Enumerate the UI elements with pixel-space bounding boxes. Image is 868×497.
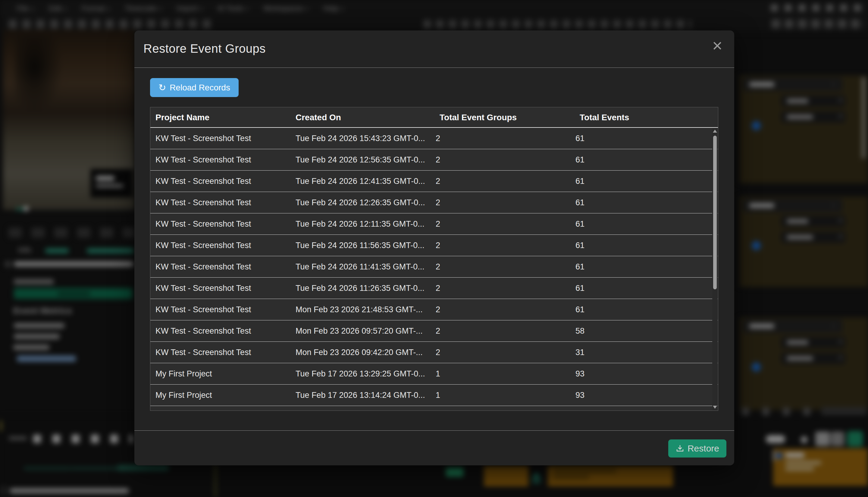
table-row[interactable]: KW Test - Screenshot Test Mon Feb 23 202… xyxy=(150,321,718,342)
scroll-up-arrow-icon[interactable] xyxy=(713,130,717,133)
cell-total-events: 61 xyxy=(576,134,584,143)
cell-total-events: 61 xyxy=(576,155,584,165)
scrollbar-thumb[interactable] xyxy=(713,136,717,289)
cell-created-on: Tue Feb 24 2026 12:26:35 GMT-0... xyxy=(295,198,425,207)
table-row[interactable]: KW Test - Screenshot Test Tue Feb 24 202… xyxy=(150,128,718,149)
cell-total-events: 61 xyxy=(576,241,584,250)
column-header-created-on: Created On xyxy=(295,113,341,122)
scroll-down-arrow-icon[interactable] xyxy=(713,406,717,409)
header-divider xyxy=(134,68,734,68)
cell-total-events: 93 xyxy=(576,369,584,379)
cell-created-on: Tue Feb 24 2026 12:56:35 GMT-0... xyxy=(295,155,425,165)
restore-event-groups-modal: Restore Event Groups × ↻ Reload Records … xyxy=(134,30,734,465)
cell-project-name: KW Test - Screenshot Test xyxy=(156,305,251,314)
cell-total-events: 61 xyxy=(576,198,584,207)
modal-title: Restore Event Groups xyxy=(143,42,266,55)
cell-project-name: KW Test - Screenshot Test xyxy=(156,241,251,250)
table-row[interactable]: KW Test - Screenshot Test Tue Feb 24 202… xyxy=(150,278,718,299)
cell-created-on: Tue Feb 17 2026 13:14:24 GMT-0... xyxy=(295,390,425,400)
reload-records-label: Reload Records xyxy=(170,83,230,93)
app-root: File▾ Edit▾ Format▾ Timecode▾ Import▾ AI… xyxy=(0,0,868,497)
cell-total-events: 61 xyxy=(576,284,584,293)
table-body: KW Test - Screenshot Test Tue Feb 24 202… xyxy=(150,128,718,411)
table-row[interactable]: KW Test - Screenshot Test Tue Feb 24 202… xyxy=(150,171,718,192)
table-row[interactable]: My First Project Tue Feb 17 2026 13:29:2… xyxy=(150,363,718,385)
cell-total-events: 93 xyxy=(576,390,584,400)
cell-total-event-groups: 2 xyxy=(436,219,440,229)
cell-total-events: 61 xyxy=(576,305,584,314)
table-header: Project Name Created On Total Event Grou… xyxy=(150,107,718,128)
reload-icon: ↻ xyxy=(158,83,166,92)
restore-label: Restore xyxy=(688,443,719,454)
table-row[interactable]: KW Test - Screenshot Test Mon Feb 23 202… xyxy=(150,299,718,321)
column-header-total-event-groups: Total Event Groups xyxy=(439,113,517,122)
cell-total-event-groups: 2 xyxy=(436,241,440,250)
table-row[interactable]: My First Project Tue Feb 17 2026 13:14:2… xyxy=(150,385,718,406)
cell-created-on: Mon Feb 23 2026 09:57:20 GMT-... xyxy=(295,326,423,336)
cell-project-name: KW Test - Screenshot Test xyxy=(156,326,251,336)
cell-project-name: KW Test - Screenshot Test xyxy=(156,198,251,207)
table-row[interactable]: KW Test - Screenshot Test Tue Feb 24 202… xyxy=(150,235,718,256)
table-row[interactable]: KW Test - Screenshot Test Tue Feb 24 202… xyxy=(150,213,718,235)
table-row[interactable]: KW Test - Screenshot Test Mon Feb 23 202… xyxy=(150,342,718,363)
download-icon xyxy=(676,444,684,453)
cell-total-event-groups: 1 xyxy=(436,390,440,400)
cell-total-events: 58 xyxy=(576,326,584,336)
cell-total-event-groups: 2 xyxy=(436,198,440,207)
footer-divider xyxy=(134,430,734,431)
cell-total-event-groups: 1 xyxy=(436,369,440,379)
cell-created-on: Tue Feb 24 2026 12:41:35 GMT-0... xyxy=(295,176,425,186)
cell-total-events: 31 xyxy=(576,348,584,357)
records-table: Project Name Created On Total Event Grou… xyxy=(150,107,718,411)
cell-total-event-groups: 2 xyxy=(436,284,440,293)
reload-records-button[interactable]: ↻ Reload Records xyxy=(150,78,238,97)
cell-total-event-groups: 2 xyxy=(436,262,440,272)
cell-total-events: 61 xyxy=(576,262,584,272)
cell-created-on: Mon Feb 23 2026 09:42:20 GMT-... xyxy=(295,348,423,357)
cell-project-name: KW Test - Screenshot Test xyxy=(156,219,251,229)
cell-total-event-groups: 2 xyxy=(436,326,440,336)
cell-total-events: 61 xyxy=(576,176,584,186)
cell-created-on: Tue Feb 24 2026 15:43:23 GMT-0... xyxy=(295,134,425,143)
cell-project-name: My First Project xyxy=(156,390,212,400)
cell-project-name: KW Test - Screenshot Test xyxy=(156,176,251,186)
cell-project-name: KW Test - Screenshot Test xyxy=(156,155,251,165)
cell-project-name: KW Test - Screenshot Test xyxy=(156,348,251,357)
cell-project-name: My First Project xyxy=(156,369,212,379)
cell-total-event-groups: 2 xyxy=(436,176,440,186)
cell-total-event-groups: 2 xyxy=(436,305,440,314)
cell-total-event-groups: 2 xyxy=(436,348,440,357)
cell-project-name: KW Test - Screenshot Test xyxy=(156,262,251,272)
cell-total-events: 61 xyxy=(576,219,584,229)
close-icon[interactable]: × xyxy=(708,37,726,55)
column-header-project-name: Project Name xyxy=(156,113,209,122)
cell-project-name: KW Test - Screenshot Test xyxy=(156,134,251,143)
cell-created-on: Tue Feb 17 2026 13:29:25 GMT-0... xyxy=(295,369,425,379)
table-row[interactable]: KW Test - Screenshot Test Tue Feb 24 202… xyxy=(150,256,718,278)
cell-total-event-groups: 2 xyxy=(436,155,440,165)
cell-created-on: Mon Feb 23 2026 21:48:53 GMT-... xyxy=(295,305,423,314)
table-row[interactable]: KW Test - Screenshot Test Tue Feb 24 202… xyxy=(150,192,718,213)
cell-created-on: Tue Feb 24 2026 11:56:35 GMT-0... xyxy=(295,241,424,250)
cell-created-on: Tue Feb 24 2026 12:11:35 GMT-0... xyxy=(295,219,424,229)
cell-created-on: Tue Feb 24 2026 11:41:35 GMT-0... xyxy=(295,262,424,272)
column-header-total-events: Total Events xyxy=(580,113,629,122)
cell-project-name: KW Test - Screenshot Test xyxy=(156,284,251,293)
cell-created-on: Tue Feb 24 2026 11:26:35 GMT-0... xyxy=(295,284,424,293)
cell-total-event-groups: 2 xyxy=(436,134,440,143)
restore-button[interactable]: Restore xyxy=(668,439,726,457)
table-row[interactable]: KW Test - Screenshot Test Tue Feb 24 202… xyxy=(150,149,718,171)
table-scrollbar[interactable] xyxy=(712,128,718,411)
